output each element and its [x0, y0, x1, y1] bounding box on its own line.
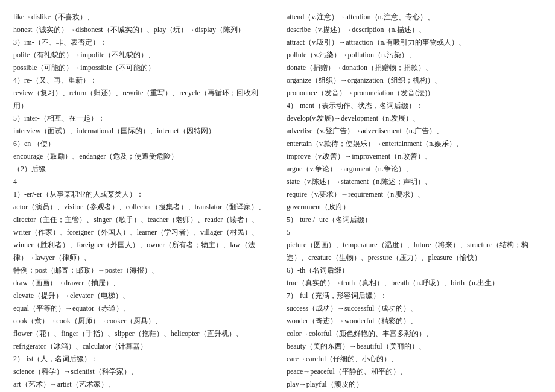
- left-line-11: （2）后缀: [13, 163, 268, 175]
- left-line-23: science（科学）→scientist（科学家）、: [13, 365, 268, 378]
- right-line-4: donate（捐赠）→donation（捐赠物；捐款）、: [287, 62, 542, 74]
- left-line-24: art（艺术）→artist（艺术家）、: [13, 378, 268, 391]
- right-line-17: 5: [287, 226, 542, 239]
- right-line-6: pronounce（发音）→pronunciation（发音(法)）: [287, 87, 542, 100]
- left-line-7: 5）inter-（相互、在一起）：: [13, 112, 268, 125]
- right-line-18: picture（图画）、temperature（温度）、future（将来）、s…: [287, 239, 542, 264]
- left-line-14: actor（演员）、visitor（参观者）、collector（搜集者）、tr…: [13, 201, 268, 264]
- right-line-20: true（真实的）→truth（真相）、breath（n.呼吸）、birth（n…: [287, 277, 542, 289]
- right-line-27: peace→peaceful（平静的、和平的）、: [287, 365, 542, 378]
- left-line-4: possible（可能的）→impossible（不可能的）: [13, 62, 268, 74]
- right-column: attend（v.注意）→attention（n.注意、专心）、describe…: [287, 11, 542, 392]
- main-content: like→dislike（不喜欢）、honest（诚实的）→dishonest（…: [13, 11, 542, 392]
- right-line-15: government（政府）: [287, 201, 542, 213]
- right-line-12: argue（v.争论）→argument（n.争论）、: [287, 163, 542, 175]
- left-line-18: equal（平等的）→equator（赤道）、: [13, 302, 268, 315]
- right-line-26: care→careful（仔细的、小心的）、: [287, 353, 542, 365]
- left-line-13: 1）-er/-er（从事某职业的人或某类人）：: [13, 188, 268, 201]
- right-line-25: beauty（美的东西）→beautiful（美丽的）、: [287, 340, 542, 353]
- right-line-13: state（v.陈述）→statement（n.陈述；声明）、: [287, 175, 542, 188]
- left-line-15: 特例：post（邮寄；邮政）→poster（海报）、: [13, 264, 268, 277]
- right-line-7: 4）-ment（表示动作、状态，名词后缀）：: [287, 100, 542, 112]
- right-line-11: improve（v.改善）→improvement（n.改善）、: [287, 150, 542, 163]
- left-line-21: refrigerator（冰箱）、calculator（计算器）: [13, 340, 268, 353]
- right-line-2: attract（v.吸引）→attraction（n.有吸引力的事物或人）、: [287, 36, 542, 49]
- left-line-1: honest（诚实的）→dishonest（不诚实的）、play（玩）→disp…: [13, 24, 268, 36]
- right-line-9: advertise（v.登广告）→advertisement（n.广告）、: [287, 125, 542, 138]
- right-line-14: require（v.要求）→requirement（n.要求）、: [287, 188, 542, 201]
- left-line-3: polite（有礼貌的）→impolite（不礼貌的）、: [13, 49, 268, 62]
- left-line-16: draw（画画）→drawer（抽屉）、: [13, 277, 268, 289]
- left-line-19: cook（煮）→cook（厨师）→cooker（厨具）、: [13, 315, 268, 327]
- right-line-19: 6）-th（名词后缀）: [287, 264, 542, 277]
- right-line-10: entertain（v.款待；使娱乐）→entertainment（n.娱乐）、: [287, 138, 542, 150]
- right-line-21: 7）-ful（充满，形容词后缀）：: [287, 289, 542, 302]
- left-column: like→dislike（不喜欢）、honest（诚实的）→dishonest（…: [13, 11, 268, 392]
- right-line-24: color→colorful（颜色鲜艳的、丰富多彩的）、: [287, 327, 542, 340]
- right-line-0: attend（v.注意）→attention（n.注意、专心）、: [287, 11, 542, 24]
- left-line-5: 4）re-（又、再、重新）：: [13, 74, 268, 87]
- right-line-16: 5）-ture / -ure（名词后缀）: [287, 213, 542, 226]
- left-line-17: elevate（提升）→elevator（电梯）、: [13, 289, 268, 302]
- left-line-0: like→dislike（不喜欢）、: [13, 11, 268, 24]
- left-line-10: encourage（鼓励）、endanger（危及；使遭受危险）: [13, 150, 268, 163]
- left-line-8: interview（面试）、international（国际的）、interne…: [13, 125, 268, 138]
- right-line-5: organize（组织）→organization（组织；机构）、: [287, 74, 542, 87]
- left-line-9: 6）en-（使）: [13, 138, 268, 150]
- right-line-23: wonder（奇迹）→wonderful（精彩的）、: [287, 315, 542, 327]
- right-line-3: pollute（v.污染）→pollution（n.污染）、: [287, 49, 542, 62]
- right-line-22: success（成功）→successful（成功的）、: [287, 302, 542, 315]
- left-line-12: 4: [13, 175, 268, 188]
- right-line-8: develop(v.发展)→development（n.发展）、: [287, 112, 542, 125]
- left-line-2: 3）im-（不、非、表否定）：: [13, 36, 268, 49]
- right-line-1: describe（v.描述）→description（n.描述）、: [287, 24, 542, 36]
- left-line-6: review（复习）、return（归还）、rewrite（重写）、recycl…: [13, 87, 268, 112]
- right-line-28: play→playful（顽皮的）: [287, 378, 542, 391]
- left-line-22: 2）-ist（人，名词后缀）：: [13, 353, 268, 365]
- left-line-20: flower（花）、finger（手指）、slipper（拖鞋）、helicop…: [13, 327, 268, 340]
